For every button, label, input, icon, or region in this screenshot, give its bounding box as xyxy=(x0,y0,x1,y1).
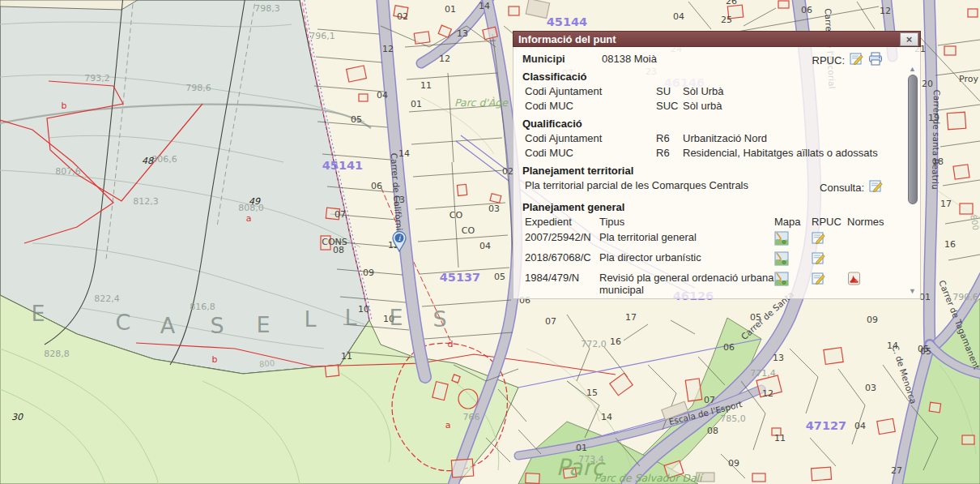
map-label-parcel_numbers: 06 xyxy=(801,5,812,15)
map-label-island_ids: 45141 xyxy=(322,159,363,172)
map-label-parcel_numbers: 04 xyxy=(479,241,491,251)
col-normes: Normes xyxy=(847,216,901,228)
map-label-elevations: 771,4 xyxy=(750,368,776,379)
row-label: Codi Ajuntament xyxy=(525,132,656,144)
map-label-parcel_numbers: 04 xyxy=(377,90,388,101)
map-label-parcel_numbers: 07 xyxy=(545,316,556,327)
map-pin-icon[interactable]: i xyxy=(391,230,407,252)
map-label-parcel_numbers: 01 xyxy=(919,292,931,302)
map-viewer: 0201131404252606121212110104051413120203… xyxy=(0,0,980,484)
map-label-parcel_numbers: 01 xyxy=(411,99,422,109)
map-label-place_letters: A xyxy=(160,313,176,338)
map-label-parcel_numbers: 17 xyxy=(940,199,952,209)
map-label-zone_letters: a xyxy=(246,213,252,224)
map-label-parcel_numbers: 10 xyxy=(358,304,369,315)
info-panel-body: Municipi 08138 Moià RPUC: Classificació … xyxy=(513,47,921,299)
map-label-parcel_numbers: CO xyxy=(462,225,475,236)
printer-icon[interactable] xyxy=(868,52,883,68)
map-label-parcel_numbers: 14 xyxy=(479,1,490,11)
map-label-parcel_numbers: 14 xyxy=(398,148,410,159)
map-label-elevations: 772,0 xyxy=(581,339,607,349)
map-label-parcel_numbers: 11 xyxy=(774,433,786,443)
map-label-zone_letters: b xyxy=(62,101,67,111)
territorial-text: Pla territorial parcial de les Comarques… xyxy=(525,179,748,195)
map-label-place_letters: S xyxy=(210,313,224,338)
map-label-parcel_numbers: 04 xyxy=(673,11,684,22)
map-label-parcel_numbers: 05 xyxy=(918,344,929,354)
qualificacio-row: Codi MUC R6 Residencial, Habitatges aïll… xyxy=(522,147,901,159)
map-label-place_letters: E xyxy=(256,312,270,337)
map-thumbnail-icon[interactable] xyxy=(774,251,812,268)
edit-document-icon[interactable] xyxy=(869,179,883,195)
map-label-parcel_numbers: 09 xyxy=(867,315,878,325)
map-label-parcel_numbers: 13 xyxy=(773,353,784,363)
map-label-parcel_numbers: 06 xyxy=(371,181,382,191)
rpuc-label: RPUC: xyxy=(812,54,845,66)
map-label-elevations: 812,3 xyxy=(133,196,159,207)
map-label-parcel_numbers: 04 xyxy=(854,421,866,431)
map-label-elevations: 798,3 xyxy=(254,3,280,14)
row-desc: Sòl Urbà xyxy=(683,85,901,97)
section-qualificacio: Qualificació xyxy=(522,118,901,130)
col-expedient: Expedient xyxy=(525,216,599,228)
qualificacio-row: Codi Ajuntament R6 Urbanització Nord xyxy=(522,132,901,144)
popup-scrollbar: ▲ ▼ xyxy=(907,65,918,295)
map-label-elevations: 822,4 xyxy=(94,293,120,304)
col-mapa: Mapa xyxy=(774,216,812,228)
map-label-parcel_numbers: 13 xyxy=(457,28,468,39)
map-label-green_names: Parc d'Àge xyxy=(454,96,509,109)
map-label-parcel_numbers: 11 xyxy=(341,351,352,362)
scroll-down-arrow[interactable]: ▼ xyxy=(907,287,918,295)
map-label-parcel_numbers: 03 xyxy=(865,383,876,393)
map-label-parcel_numbers: 01 xyxy=(445,4,456,15)
map-label-parcel_numbers: 03 xyxy=(488,203,500,214)
edit-document-icon[interactable] xyxy=(850,52,863,68)
edit-document-icon[interactable] xyxy=(812,231,847,247)
map-label-parcel_numbers: 06 xyxy=(723,342,735,353)
map-label-elevations: 796,1 xyxy=(309,31,335,41)
map-label-parcel_numbers: 16 xyxy=(944,239,956,250)
map-label-parcel_numbers: 08 xyxy=(333,245,344,255)
map-label-elevations: 766 xyxy=(463,412,480,422)
map-label-parcel_numbers: 27 xyxy=(891,465,902,476)
expedient-value: 2018/67068/C xyxy=(525,251,599,263)
map-label-parcel_numbers: 14 xyxy=(601,412,612,422)
map-label-zone_letters: d xyxy=(448,339,454,349)
pdf-icon[interactable] xyxy=(847,272,901,288)
section-territorial: Planejament territorial xyxy=(522,165,901,177)
info-panel: Informació del punt × Municipi 08138 Moi… xyxy=(513,31,921,299)
edit-document-icon[interactable] xyxy=(812,251,847,268)
close-icon[interactable]: × xyxy=(900,32,918,46)
map-label-parcel_numbers: CO xyxy=(450,210,463,221)
scroll-up-arrow[interactable]: ▲ xyxy=(907,65,918,73)
map-label-green_names: Parc de Salvador Dalí xyxy=(594,472,705,484)
row-code: SU xyxy=(656,85,683,97)
info-panel-title: Informació del punt xyxy=(518,33,616,45)
map-label-place_letters: E xyxy=(31,301,45,326)
map-label-parcel_numbers: 02 xyxy=(397,11,408,22)
map-label-parcel_numbers: 12 xyxy=(439,54,450,64)
map-label-place_letters: L xyxy=(304,306,316,332)
map-label-elevations: 793,2 xyxy=(84,73,110,84)
consulta-link: Consulta: xyxy=(820,179,883,195)
expedient-value: 2007/25942/N xyxy=(525,231,599,243)
map-label-parcel_numbers: 05 xyxy=(494,272,505,282)
map-label-place_letters: S xyxy=(432,306,446,332)
map-label-parcel_numbers: 12 xyxy=(762,388,773,399)
classificacio-row: Codi Ajuntament SU Sòl Urbà xyxy=(522,85,901,97)
territorial-row: Pla territorial parcial de les Comarques… xyxy=(522,179,901,195)
municipi-value: 08138 Moià xyxy=(602,53,657,65)
map-thumbnail-icon[interactable] xyxy=(774,231,812,248)
consulta-label: Consulta: xyxy=(820,182,864,194)
info-panel-titlebar[interactable]: Informació del punt × xyxy=(513,31,921,47)
row-desc: Urbanització Nord xyxy=(683,132,901,144)
map-label-place_letters: L xyxy=(344,305,356,330)
map-label-street_names: Carrer de santa Beatriu xyxy=(931,89,942,189)
edit-document-icon[interactable] xyxy=(812,272,847,288)
map-label-elevations: 807,6 xyxy=(55,166,81,177)
map-label-parcel_numbers: 26 xyxy=(726,0,737,6)
map-thumbnail-icon[interactable] xyxy=(774,272,812,289)
expedient-value: 1984/479/N xyxy=(525,272,599,284)
scrollbar-thumb[interactable] xyxy=(908,75,918,204)
map-label-parcel_numbers: 25 xyxy=(721,15,732,25)
